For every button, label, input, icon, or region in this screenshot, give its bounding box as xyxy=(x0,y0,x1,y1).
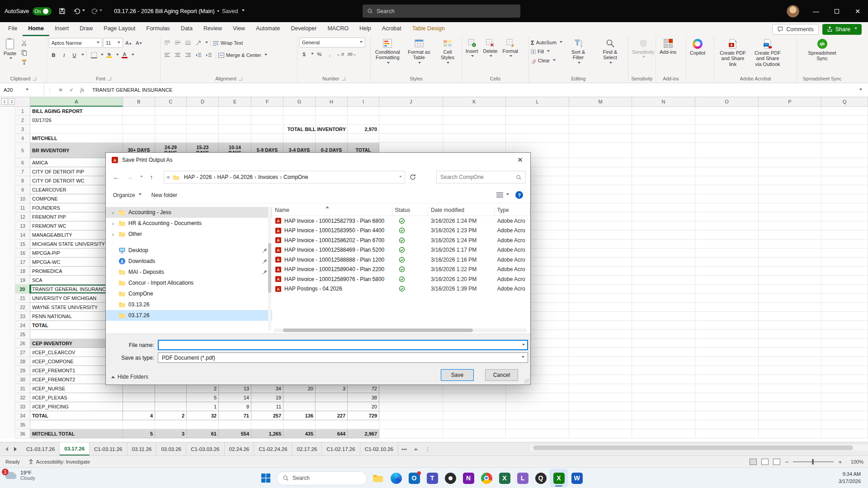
cancel-button[interactable]: Cancel xyxy=(485,369,518,381)
cell-Q12[interactable] xyxy=(821,212,868,221)
cell-L2[interactable] xyxy=(506,116,569,125)
row-header-32[interactable]: 32 xyxy=(15,393,30,402)
sort-filter-button[interactable]: Sort & Filter xyxy=(564,38,593,66)
cell-M14[interactable] xyxy=(569,230,632,239)
cell-I34[interactable]: 729 xyxy=(348,411,379,420)
cell-M11[interactable] xyxy=(569,203,632,212)
cell-N22[interactable] xyxy=(632,303,695,312)
create-pdf-share-outlook-button[interactable]: Create PDF and Share via Outlook xyxy=(751,38,784,68)
sheet-tab-02.17.26[interactable]: 02.17.26 xyxy=(292,442,322,455)
cell-O33[interactable] xyxy=(695,402,759,411)
quickbooks-icon[interactable]: Q xyxy=(532,469,550,487)
row-header-24[interactable]: 24 xyxy=(15,321,30,330)
cell-J34[interactable] xyxy=(379,411,443,420)
italic-button[interactable]: I xyxy=(59,51,69,60)
cell-E32[interactable]: 14 xyxy=(219,393,251,402)
row-header-1[interactable]: 1 xyxy=(15,107,30,116)
cell-Q16[interactable] xyxy=(821,249,868,258)
cell-P4[interactable] xyxy=(759,134,821,143)
cell-O17[interactable] xyxy=(695,258,759,267)
tab-help[interactable]: Help xyxy=(354,22,377,36)
column-header-H[interactable]: H xyxy=(316,97,348,107)
sheet-nav-right-icon[interactable] xyxy=(11,442,22,455)
help-icon[interactable]: ? xyxy=(515,191,523,199)
cell-P15[interactable] xyxy=(759,239,821,249)
horizontal-scroll-thumb[interactable] xyxy=(533,446,853,450)
file-row[interactable]: AHAP Invoice - 100012582793 - Plan 68003… xyxy=(272,216,530,226)
cell-G1[interactable] xyxy=(283,107,316,116)
file-name-caret[interactable] xyxy=(522,344,525,347)
cell-Q6[interactable] xyxy=(821,158,868,167)
cell-Q22[interactable] xyxy=(821,303,868,312)
save-icon[interactable] xyxy=(55,5,69,18)
cell-P29[interactable] xyxy=(759,366,821,375)
cell-M26[interactable] xyxy=(569,339,632,348)
tree-item-hr-accounting-documents[interactable]: ›HR & Accounting - Documents xyxy=(106,218,272,229)
cell-L32[interactable] xyxy=(506,393,569,402)
restore-button[interactable] xyxy=(826,0,847,22)
tree-item-desktop[interactable]: Desktop xyxy=(106,245,272,256)
cell-Q35[interactable] xyxy=(821,420,868,429)
row-header-5[interactable]: 5 xyxy=(15,143,30,158)
row-header-17[interactable]: 17 xyxy=(15,258,30,267)
row-header-23[interactable]: 23 xyxy=(15,312,30,321)
copilot-button[interactable]: Copilot xyxy=(688,38,707,57)
row-header-20[interactable]: 20 xyxy=(15,285,30,294)
row-header-3[interactable]: 3 xyxy=(15,125,30,134)
tab-home[interactable]: Home xyxy=(23,22,49,36)
tab-draw[interactable]: Draw xyxy=(74,22,98,36)
conditional-formatting-button[interactable]: Conditional Formatting xyxy=(373,38,402,66)
cell-G36[interactable]: 435 xyxy=(283,429,316,438)
cell-O32[interactable] xyxy=(695,393,759,402)
cell-N5[interactable] xyxy=(632,143,695,158)
name-box[interactable]: A20 xyxy=(0,83,44,97)
cell-C35[interactable] xyxy=(155,420,187,429)
cell-N4[interactable] xyxy=(632,134,695,143)
cell-L35[interactable] xyxy=(506,420,569,429)
breadcrumb-item[interactable]: HAP - 04.2026 xyxy=(216,173,255,181)
column-header-N[interactable]: N xyxy=(632,97,695,107)
dialog-search-box[interactable]: Search CompOne xyxy=(436,171,526,183)
number-launcher[interactable] xyxy=(342,77,345,80)
accessibility-status[interactable]: Accessibility: Investigate xyxy=(28,459,90,465)
comments-button[interactable]: Comments xyxy=(772,24,818,35)
cell-O28[interactable] xyxy=(695,357,759,366)
share-button[interactable]: Share xyxy=(822,24,862,35)
decrease-font-button[interactable]: A▼ xyxy=(134,38,144,47)
cell-O23[interactable] xyxy=(695,312,759,321)
resize-grip[interactable] xyxy=(524,379,530,384)
sheet-tab-C1-03.03.26[interactable]: C1-03.03.26 xyxy=(186,442,224,455)
cell-F35[interactable] xyxy=(251,420,283,429)
row-header-8[interactable]: 8 xyxy=(15,176,30,185)
file-name-input[interactable] xyxy=(158,340,528,350)
copy-button[interactable] xyxy=(19,48,29,57)
cell-E33[interactable]: 8 xyxy=(219,402,251,411)
more-sheets-button[interactable]: ••• xyxy=(398,442,410,455)
cell-P24[interactable] xyxy=(759,321,821,330)
sheet-tab-C1-02.10.26[interactable]: C1-02.10.26 xyxy=(360,442,398,455)
cell-D36[interactable]: 61 xyxy=(187,429,219,438)
cell-B4[interactable] xyxy=(123,134,155,143)
increase-decimal-button[interactable]: ←.0 xyxy=(335,50,345,59)
cell-F34[interactable]: 257 xyxy=(251,411,283,420)
cell-N34[interactable] xyxy=(632,411,695,420)
cell-D33[interactable]: 1 xyxy=(187,402,219,411)
cell-O10[interactable] xyxy=(695,194,759,203)
cell-O6[interactable] xyxy=(695,158,759,167)
cell-M29[interactable] xyxy=(569,366,632,375)
cell-B32[interactable] xyxy=(123,393,155,402)
row-header-7[interactable]: 7 xyxy=(15,167,30,176)
cell-C3[interactable] xyxy=(155,125,187,134)
cell-O27[interactable] xyxy=(695,348,759,357)
cell-O2[interactable] xyxy=(695,116,759,125)
cell-M5[interactable] xyxy=(569,143,632,158)
tab-page-layout[interactable]: Page Layout xyxy=(98,22,141,36)
cell-E4[interactable] xyxy=(219,134,251,143)
cell-P18[interactable] xyxy=(759,267,821,276)
cell-F33[interactable]: 11 xyxy=(251,402,283,411)
outlook-icon[interactable]: O xyxy=(405,469,423,487)
cell-O19[interactable] xyxy=(695,276,759,285)
cell-P3[interactable] xyxy=(759,125,821,134)
sort-ascending-icon[interactable] xyxy=(326,204,329,208)
cell-I2[interactable] xyxy=(348,116,379,125)
